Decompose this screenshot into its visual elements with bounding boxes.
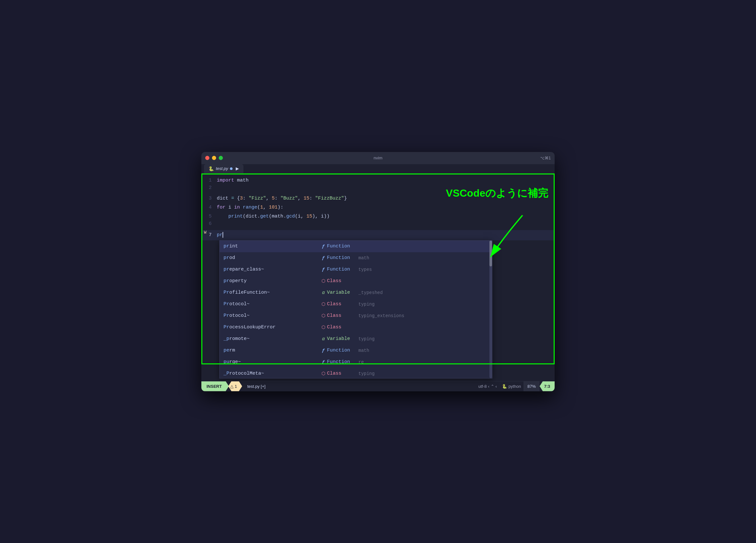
kind-icon: ⬡ [320,302,327,307]
completion-item[interactable]: Protocol~⬡Classtyping [220,299,492,310]
kind-label: Variable [327,290,356,295]
completion-item[interactable]: property⬡Class [220,276,492,287]
completion-item[interactable]: prodƒFunctionmath [220,252,492,264]
line-content-3: dict = {3: "Fizz", 5: "Buzz", 15: "FizzB… [217,194,347,203]
completion-item[interactable]: purge~ƒFunctionre [220,356,492,368]
kind-label: Variable [327,336,356,342]
warning-indicator: △ 1 [228,381,242,391]
window-shortcut: ⌥⌘1 [540,156,551,160]
tab-arrow-icon: ▶ [236,166,239,171]
line-num-5: 5 [204,214,217,219]
completion-item[interactable]: permƒFunctionmath [220,345,492,356]
kind-label: Class [327,278,356,284]
kind-label: Function [327,359,356,365]
scroll-percent: 87% [523,381,540,391]
python-icon: 🐍 [502,384,507,389]
python-file-icon: 🐍 [208,166,214,171]
line-num-2: 2 [204,185,217,190]
completion-list: printƒFunctionprodƒFunctionmathprepare_c… [220,241,492,379]
completion-item[interactable]: ProfileFunction~αVariable_typeshed [220,287,492,299]
line-num-3: 3 [204,196,217,201]
line-num-6: 6 [204,221,217,226]
completion-source: re [358,360,364,365]
language-status: 🐍 python [499,384,523,389]
line-content-5: print(dict.get(math.gcd(i, 15), i)) [217,212,330,221]
titlebar: nvim ⌥⌘1 [201,152,555,164]
kind-icon: ⬡ [320,278,327,284]
maximize-button[interactable] [219,156,223,160]
code-line-1: 1 import math [201,176,555,185]
completion-source: typing_extensions [358,313,404,319]
kind-icon: ƒ [320,267,327,272]
warning-count: 1 [235,384,237,389]
completion-source: types [358,267,372,272]
kind-icon: ⬡ [320,325,327,330]
line-content-1: import math [217,176,249,185]
completion-source: typing [358,371,374,376]
warning-triangle-icon: △ [230,384,233,389]
completion-item[interactable]: _promote~αVariabletyping [220,333,492,345]
encoding-branch-icon: ⌃ [491,384,494,389]
minimize-button[interactable] [212,156,216,160]
line-num-4: 4 [204,205,217,210]
kind-icon: ⬡ [320,371,327,376]
encoding-chevron1: ‹ [488,384,489,389]
code-editor[interactable]: 1 import math 2 3 dict = {3: "Fizz", 5: … [201,173,555,381]
code-line-4: 4 for i in range(1, 101): [201,203,555,212]
encoding-text: utf-8 [478,384,487,389]
kind-icon: ⬡ [320,313,327,319]
kind-label: Function [327,255,356,260]
statusbar: INSERT △ 1 test.py [+] utf-8 ‹ ⌃ ‹ 🐍 pyt… [201,381,555,391]
line-content-4: for i in range(1, 101): [217,203,283,212]
completion-source: math [358,348,369,353]
kind-icon: ƒ [320,255,327,260]
tab-filename: test.py [216,166,228,171]
code-line-8-behind: 8 [219,240,220,241]
cursor-position: 7:3 [540,381,555,391]
w-marker: W [204,230,207,235]
completion-item[interactable]: printƒFunction [220,241,492,252]
kind-icon: α [320,337,327,342]
close-button[interactable] [205,156,209,160]
completion-item[interactable]: ProcessLookupError⬡Class [220,322,492,333]
window-title: nvim [374,155,382,160]
annotation-text: VSCodeのように補完 [446,186,548,200]
completion-source: typing [358,302,374,307]
tab-test-py[interactable]: 🐍 test.py ▶ [204,164,243,173]
encoding-status: utf-8 ‹ ⌃ ‹ [476,384,499,389]
encoding-chevron2: ‹ [496,384,497,389]
completion-source: typing [358,337,374,342]
tab-modified-indicator [230,167,233,170]
kind-icon: ƒ [320,360,327,365]
tabbar: 🐍 test.py ▶ [201,164,555,173]
window-controls [205,156,223,160]
kind-label: Function [327,267,356,272]
completion-source: math [358,255,369,260]
completion-source: _typeshed [358,290,383,295]
kind-label: Class [327,371,356,376]
completion-item[interactable]: _ProtocolMeta~⬡Classtyping [220,368,492,379]
filename-status: test.py [+] [242,384,271,389]
line-content-7: pr [217,231,223,240]
completion-item[interactable]: prepare_class~ƒFunctiontypes [220,264,492,276]
main-window: nvim ⌥⌘1 🐍 test.py ▶ VSCodeのように補完 [201,152,555,391]
kind-label: Function [327,348,356,353]
text-cursor [223,232,223,238]
kind-label: Function [327,243,356,249]
kind-label: Class [327,313,356,319]
kind-label: Class [327,302,356,307]
arrow-icon [471,212,535,263]
language-label: python [508,384,521,389]
line-num-1: 1 [204,178,217,183]
kind-icon: α [320,290,327,295]
completion-item[interactable]: Protocol~⬡Classtyping_extensions [220,310,492,322]
kind-icon: ƒ [320,244,327,249]
kind-label: Class [327,325,356,330]
kind-icon: ƒ [320,348,327,353]
editor-area: VSCodeのように補完 1 import math 2 [201,173,555,381]
completion-popup[interactable]: 8 printƒFunctionprodƒFunctionmathprepare… [219,240,492,379]
mode-indicator: INSERT [201,381,229,391]
